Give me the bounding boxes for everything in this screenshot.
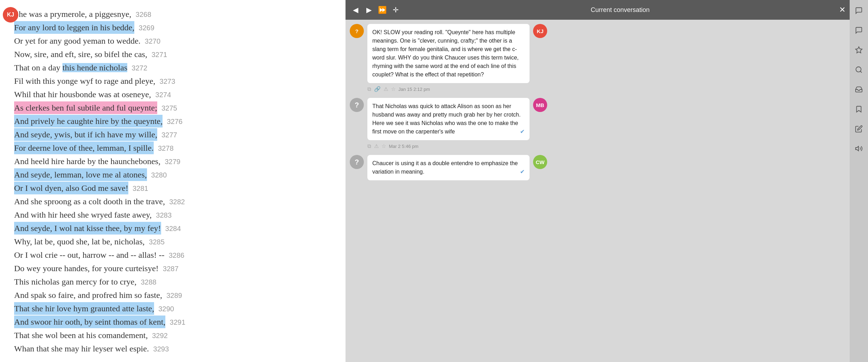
star-icon[interactable]: ☆ bbox=[391, 86, 396, 92]
verse-line-12: And heeld hire harde by the haunchebones… bbox=[14, 155, 331, 168]
line-number: 3287 bbox=[163, 263, 179, 274]
line-number: 3277 bbox=[161, 130, 177, 140]
message-row-1: ? OK! SLOW your reading roll. "Queynte" … bbox=[350, 24, 845, 83]
line-number: 3282 bbox=[169, 196, 185, 207]
verse-line-17: And seyde, I wol nat kisse thee, by my f… bbox=[14, 222, 331, 235]
message-text-1: OK! SLOW your reading roll. "Queynte" he… bbox=[372, 29, 519, 77]
verse-text: And spak so faire, and profred him so fa… bbox=[14, 289, 162, 301]
close-button[interactable]: ✕ bbox=[839, 5, 845, 14]
verse-line-26: Whan that she may hir leyser wel espie. … bbox=[14, 342, 331, 355]
line-number: 3269 bbox=[139, 23, 154, 33]
verse-line-23: That she hir love hym graunted atte last… bbox=[14, 302, 331, 315]
verse-line-4: Now, sire, and eft, sire, so bifel the c… bbox=[14, 48, 331, 61]
message-row-3: ? Chaucer is using it as a double entend… bbox=[350, 155, 845, 180]
avatar-cw: CW bbox=[533, 155, 547, 169]
sidebar-broadcast-icon[interactable] bbox=[852, 142, 865, 155]
check-icon-2: ✔ bbox=[520, 127, 525, 136]
line-number: 3273 bbox=[160, 76, 176, 87]
star-icon-2[interactable]: ☆ bbox=[381, 143, 386, 149]
line-number: 3270 bbox=[145, 36, 161, 46]
line-number: 3291 bbox=[170, 317, 185, 327]
verse-text: Whan that she may hir leyser wel espie. bbox=[14, 342, 149, 355]
message-meta-1: ⧉ 🔗 ⚠ ☆ Jan 15 2:12 pm bbox=[350, 85, 845, 92]
verse-text: And prively he caughte hire by the queyn… bbox=[14, 115, 163, 127]
verse-text: And seyde, I wol nat kisse thee, by my f… bbox=[14, 222, 161, 235]
message-text-3: Chaucer is using it as a double entendre… bbox=[372, 160, 518, 175]
svg-marker-0 bbox=[856, 47, 862, 53]
line-number: 3288 bbox=[141, 277, 157, 287]
message-meta-2: ⧉ ⚠ ☆ Mar 2 5:46 pm bbox=[350, 142, 845, 149]
line-number: 3289 bbox=[166, 290, 182, 301]
sidebar-chat-icon-2[interactable] bbox=[852, 24, 865, 37]
verse-text: That she hir love hym graunted atte last… bbox=[14, 302, 154, 315]
sidebar-star-icon[interactable] bbox=[852, 44, 865, 56]
verse-line-25: That she wol been at his comandement, 32… bbox=[14, 329, 331, 342]
verse-line-8: As clerkes ben ful subtile and ful queyn… bbox=[14, 101, 331, 114]
avatar-mb: MB bbox=[533, 98, 547, 112]
line-number: 3274 bbox=[155, 89, 171, 100]
avatar-question-2: ? bbox=[350, 98, 364, 112]
sidebar-search-icon[interactable] bbox=[852, 63, 865, 76]
message-bubble-1: OK! SLOW your reading roll. "Queynte" he… bbox=[367, 24, 530, 83]
verse-text: As clerkes ben ful subtile and ful queyn… bbox=[14, 101, 157, 114]
chat-header: ◀ ▶ ⏩ ✛ Current conversation ✕ bbox=[346, 0, 850, 20]
link-icon[interactable]: 🔗 bbox=[374, 86, 381, 92]
line-number: 3284 bbox=[165, 223, 181, 234]
verse-text: Or I wol crie -- out, harrow -- and -- a… bbox=[14, 249, 164, 261]
verse-text: Why, lat be, quod she, lat be, nicholas, bbox=[14, 235, 145, 248]
warning-icon[interactable]: ⚠ bbox=[384, 86, 388, 92]
user-avatar: KJ bbox=[3, 7, 18, 23]
verse-line-2: For any lord to leggen in his bedde, 326… bbox=[14, 21, 331, 34]
verse-text: And swoor hir ooth, by seint thomas of k… bbox=[14, 316, 165, 328]
chat-title: Current conversation bbox=[404, 6, 836, 14]
verse-text: Now, sire, and eft, sire, so bifel the c… bbox=[14, 48, 147, 61]
message-bubble-2: That Nicholas was quick to attack Alison… bbox=[367, 98, 530, 140]
verse-text: And seyde, ywis, but if ich have my will… bbox=[14, 128, 157, 141]
kj-avatar-badge: KJ bbox=[533, 24, 547, 38]
sidebar-edit-icon[interactable] bbox=[852, 123, 865, 135]
verse-line-5: That on a day this hende nicholas 3272 bbox=[14, 61, 331, 74]
message-group-1: ? OK! SLOW your reading roll. "Queynte" … bbox=[350, 24, 845, 92]
line-number: 3285 bbox=[149, 237, 165, 247]
copy-icon[interactable]: ⧉ bbox=[367, 86, 371, 92]
verse-text: For deerne love of thee, lemman, I spill… bbox=[14, 142, 154, 154]
verse-text: And with hir heed she wryed faste awey, bbox=[14, 208, 152, 221]
avatar-question-3: ? bbox=[350, 155, 364, 169]
line-number: 3292 bbox=[152, 330, 168, 341]
verse-text: Fil with this yonge wyf to rage and pley… bbox=[14, 75, 155, 87]
verse-line-9: And prively he caughte hire by the queyn… bbox=[14, 115, 331, 127]
line-number: 3278 bbox=[158, 143, 174, 154]
verse-text: Do wey youre handes, for youre curteisye… bbox=[14, 262, 159, 275]
nav-play-button[interactable]: ▶ bbox=[363, 4, 374, 15]
verse-text: Whil that hir housbonde was at oseneye, bbox=[14, 88, 151, 101]
nav-forward-button[interactable]: ⏩ bbox=[377, 4, 388, 15]
chat-content[interactable]: ? OK! SLOW your reading roll. "Queynte" … bbox=[346, 20, 850, 362]
verse-text: And seyde, lemman, love me al atones, bbox=[14, 168, 147, 181]
line-number: 3272 bbox=[132, 63, 147, 73]
nav-settings-button[interactable]: ✛ bbox=[390, 4, 401, 15]
message-group-2: ? That Nicholas was quick to attack Alis… bbox=[350, 98, 845, 149]
message-bubble-3: Chaucer is using it as a double entendre… bbox=[367, 155, 530, 180]
line-number: 3281 bbox=[133, 183, 148, 194]
copy-icon-2[interactable]: ⧉ bbox=[367, 143, 371, 149]
verse-line-14: Or I wol dyen, also God me save! 3281 bbox=[14, 182, 331, 194]
svg-point-1 bbox=[856, 67, 861, 72]
timestamp-2: Mar 2 5:46 pm bbox=[389, 144, 418, 149]
warning-icon-2[interactable]: ⚠ bbox=[374, 143, 379, 149]
verse-line-15: And she sproong as a colt dooth in the t… bbox=[14, 195, 331, 208]
text-panel: KJ She was a prymerole, a piggesnye, 326… bbox=[0, 0, 346, 362]
verse-text: Or I wol dyen, also God me save! bbox=[14, 182, 128, 194]
sidebar-bookmark-icon[interactable] bbox=[852, 103, 865, 116]
verse-text: She was a prymerole, a piggesnye, bbox=[14, 8, 132, 20]
line-number: 3286 bbox=[169, 250, 184, 261]
verse-line-13: And seyde, lemman, love me al atones, 32… bbox=[14, 168, 331, 181]
nav-back-button[interactable]: ◀ bbox=[350, 4, 361, 15]
sidebar-chat-icon-1[interactable] bbox=[852, 4, 865, 17]
verse-line-19: Or I wol crie -- out, harrow -- and -- a… bbox=[14, 249, 331, 261]
verse-line-11: For deerne love of thee, lemman, I spill… bbox=[14, 142, 331, 154]
line-number: 3293 bbox=[153, 344, 169, 354]
sidebar-inbox-icon[interactable] bbox=[852, 83, 865, 96]
verse-line-18: Why, lat be, quod she, lat be, nicholas,… bbox=[14, 235, 331, 248]
verse-text: This nicholas gan mercy for to crye, bbox=[14, 275, 136, 288]
verse-line-20: Do wey youre handes, for youre curteisye… bbox=[14, 262, 331, 275]
